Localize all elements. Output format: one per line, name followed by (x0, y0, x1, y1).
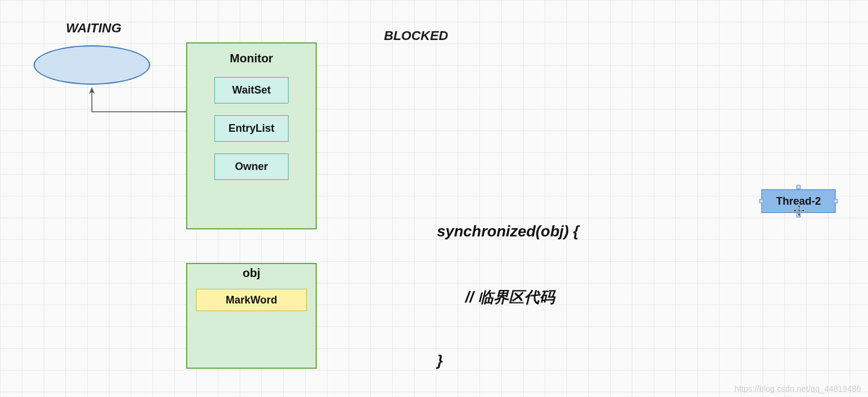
blocked-label: BLOCKED (384, 28, 448, 44)
watermark-text: https://blog.csdn.net/qq_44819486 (734, 384, 861, 393)
monitor-waitset[interactable]: WaitSet (214, 77, 289, 104)
obj-title: obj (187, 266, 316, 280)
monitor-box[interactable]: Monitor WaitSet EntryList Owner (186, 42, 317, 229)
obj-box[interactable]: obj MarkWord (186, 263, 317, 369)
waiting-label: WAITING (66, 21, 121, 36)
waiting-ellipse[interactable] (34, 45, 150, 85)
monitor-title: Monitor (187, 52, 316, 65)
monitor-entrylist[interactable]: EntryList (214, 115, 289, 142)
monitor-owner[interactable]: Owner (214, 154, 289, 180)
selection-handle[interactable] (834, 199, 838, 203)
selection-handle[interactable] (760, 199, 764, 203)
code-sync-open: synchronized(obj) { (437, 222, 579, 241)
selection-handle[interactable] (797, 213, 801, 218)
thread-2-box[interactable]: Thread-2 (761, 189, 836, 213)
selection-handle[interactable] (797, 185, 801, 189)
obj-markword[interactable]: MarkWord (196, 289, 307, 311)
code-critical-section: // 临界区代码 (465, 287, 555, 308)
code-sync-close: } (437, 352, 443, 370)
